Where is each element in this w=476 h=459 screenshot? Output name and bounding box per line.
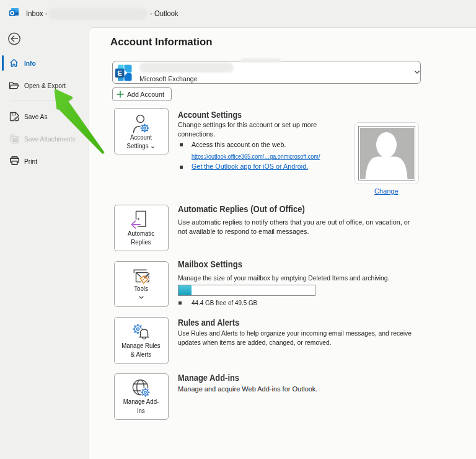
svg-text:E: E xyxy=(117,69,121,77)
